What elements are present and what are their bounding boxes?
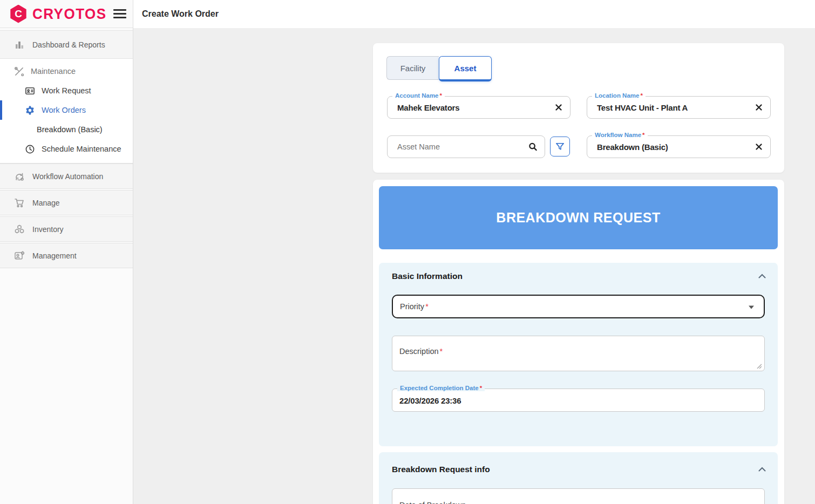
asset-name-input[interactable] <box>388 136 545 158</box>
location-name-field[interactable]: Location Name* Test HVAC Unit - Plant A <box>587 96 771 119</box>
tab-asset[interactable]: Asset <box>439 56 492 81</box>
expected-completion-date-field[interactable]: Expected Completion Date* 22/03/2026 23:… <box>392 389 765 412</box>
section-title: Basic Information <box>392 271 463 281</box>
sidebar-item-label: Dashboard & Reports <box>32 40 105 49</box>
sidebar-item-label: Breakdown (Basic) <box>37 125 103 134</box>
section-title: Breakdown Request info <box>392 465 490 474</box>
workflow-name-label: Workflow Name* <box>592 132 648 138</box>
workflow-name-value: Breakdown (Basic) <box>597 142 668 152</box>
app-window: C CRYOTOS Dashboard & Reports Maintenanc <box>0 0 815 504</box>
clear-icon[interactable] <box>555 104 562 111</box>
sidebar-item-label: Inventory <box>32 225 64 234</box>
asset-selector-card: Facility Asset Account Name* Mahek Eleva… <box>373 43 784 173</box>
clear-icon[interactable] <box>755 143 763 151</box>
description-label: Description* <box>399 347 443 356</box>
content-area: Facility Asset Account Name* Mahek Eleva… <box>133 28 815 504</box>
basic-information-section: Basic Information Priority* Description* <box>379 263 778 446</box>
sidebar-item-label: Work Orders <box>42 106 86 114</box>
sidebar-item-maintenance[interactable]: Maintenance <box>0 62 133 81</box>
required-marker: * <box>440 92 442 99</box>
account-name-label: Account Name* <box>392 92 445 99</box>
sidebar-item-label: Management <box>32 251 77 260</box>
sidebar-item-dashboard-reports[interactable]: Dashboard & Reports <box>0 30 133 59</box>
sidebar-item-schedule-maintenance[interactable]: Schedule Maintenance <box>0 139 133 159</box>
account-name-field[interactable]: Account Name* Mahek Elevators <box>387 96 570 119</box>
hamburger-menu-icon[interactable] <box>113 7 126 21</box>
sidebar-maintenance-group: Maintenance Work Request Work Orders Bre… <box>0 59 133 164</box>
sidebar-item-label: Manage <box>32 199 60 207</box>
asset-name-field[interactable] <box>387 135 545 158</box>
resize-handle-icon[interactable] <box>756 363 762 369</box>
breakdown-request-card: BREAKDOWN REQUEST Basic Information Prio… <box>373 180 784 504</box>
required-marker: * <box>480 385 482 391</box>
required-marker: * <box>642 132 644 138</box>
sidebar-item-management[interactable]: Management <box>0 243 133 268</box>
person-gear-icon <box>14 250 25 261</box>
priority-select[interactable]: Priority* <box>392 295 765 318</box>
sidebar-item-label: Work Request <box>42 86 91 95</box>
collapse-chevron-icon[interactable] <box>758 274 766 278</box>
required-marker: * <box>640 92 642 99</box>
top-bar: Create Work Order <box>133 0 815 28</box>
sidebar-item-workflow-automation[interactable]: Workflow Automation <box>0 164 133 189</box>
id-card-icon <box>25 86 35 96</box>
cubes-icon <box>14 224 25 235</box>
breakdown-request-banner: BREAKDOWN REQUEST <box>379 186 778 249</box>
workflow-icon <box>14 171 25 182</box>
date-of-breakdown-field[interactable]: Date of Breakdown <box>392 488 765 504</box>
cart-icon <box>14 197 25 208</box>
collapse-chevron-icon[interactable] <box>758 467 766 472</box>
clock-icon <box>25 144 35 154</box>
sidebar-item-label: Maintenance <box>31 67 76 76</box>
tab-label: Facility <box>400 64 426 73</box>
required-marker: * <box>425 302 429 311</box>
bar-chart-icon <box>14 39 25 50</box>
filter-funnel-icon <box>555 141 565 152</box>
description-textarea[interactable]: Description* <box>392 336 765 371</box>
logo-bar: C CRYOTOS <box>0 0 133 28</box>
tools-icon <box>14 66 24 77</box>
brand-name: CRYOTOS <box>32 5 107 23</box>
sidebar-item-work-request[interactable]: Work Request <box>0 81 133 100</box>
location-name-value: Test HVAC Unit - Plant A <box>597 103 688 112</box>
sidebar: C CRYOTOS Dashboard & Reports Maintenanc <box>0 0 133 504</box>
search-icon[interactable] <box>528 142 538 152</box>
banner-title: BREAKDOWN REQUEST <box>496 210 660 226</box>
tab-label: Asset <box>454 64 477 73</box>
gear-icon <box>25 105 35 115</box>
sidebar-item-label: Workflow Automation <box>32 172 103 181</box>
clear-icon[interactable] <box>755 104 763 111</box>
cryotos-logo-icon[interactable]: C <box>10 5 27 23</box>
asset-filter-button[interactable] <box>550 137 570 156</box>
expected-completion-date-value: 22/03/2026 23:36 <box>399 396 461 405</box>
page-title: Create Work Order <box>142 9 219 19</box>
tab-facility[interactable]: Facility <box>386 56 439 80</box>
sidebar-item-label: Schedule Maintenance <box>42 145 121 153</box>
breakdown-request-info-section: Breakdown Request info Date of Breakdown <box>379 452 778 504</box>
logo-initial: C <box>15 8 22 20</box>
sidebar-item-work-orders[interactable]: Work Orders <box>0 100 133 120</box>
priority-label: Priority* <box>400 302 429 311</box>
sidebar-item-breakdown-basic[interactable]: Breakdown (Basic) <box>0 120 133 139</box>
workflow-name-field[interactable]: Workflow Name* Breakdown (Basic) <box>587 135 771 158</box>
required-marker: * <box>440 347 443 356</box>
account-name-value: Mahek Elevators <box>397 103 459 112</box>
expected-completion-date-label: Expected Completion Date* <box>397 385 485 391</box>
sidebar-item-manage[interactable]: Manage <box>0 190 133 215</box>
date-of-breakdown-label: Date of Breakdown <box>399 501 466 504</box>
main-area: Create Work Order Facility Asset Account… <box>133 0 815 504</box>
sidebar-item-inventory[interactable]: Inventory <box>0 216 133 242</box>
facility-asset-tabs: Facility Asset <box>386 56 492 81</box>
dropdown-caret-icon <box>749 306 754 309</box>
location-name-label: Location Name* <box>592 92 646 99</box>
